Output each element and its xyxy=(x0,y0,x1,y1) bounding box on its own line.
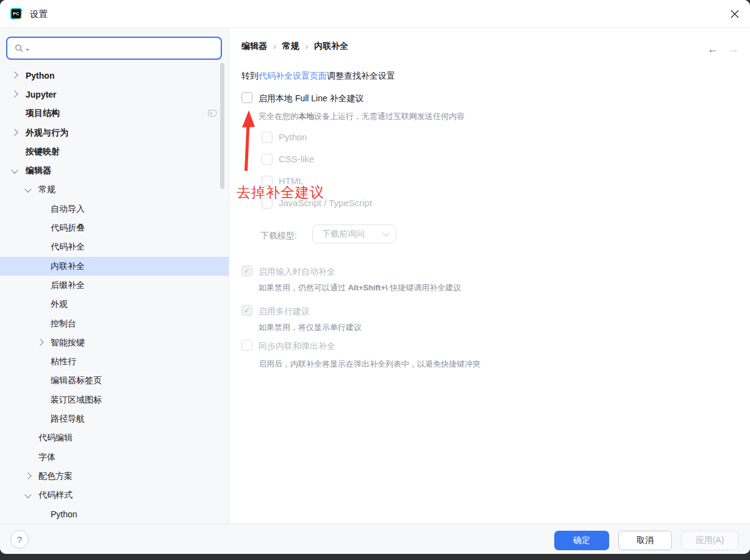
auto-complete-row: ✓ 启用输入时自动补全 xyxy=(241,265,335,277)
sidebar-item-general[interactable]: 常规 xyxy=(0,181,229,199)
question-mark-icon: ? xyxy=(17,534,22,545)
title-bar: PC 设置 xyxy=(0,0,750,28)
language-row-css-like: CSS-like xyxy=(262,154,314,165)
sidebar-item-project-structure[interactable]: 项目结构 xyxy=(0,104,229,123)
sidebar-item-label: Python xyxy=(51,509,77,519)
sidebar-item-label: 按键映射 xyxy=(26,146,60,157)
sidebar-item-code-editing[interactable]: 代码编辑 xyxy=(0,429,229,448)
full-line-description: 完全在您的本地设备上运行，无需通过互联网发送任何内容 xyxy=(259,111,465,122)
sidebar-item-label: 常规 xyxy=(38,184,55,195)
language-checkbox-python[interactable] xyxy=(262,132,273,143)
chevron-right-icon[interactable] xyxy=(24,473,31,479)
sidebar-item-gutter-icons[interactable]: 装订区域图标 xyxy=(0,390,229,409)
sidebar-item-python[interactable]: Python xyxy=(0,66,229,85)
sidebar-item-label: 编辑器 xyxy=(26,165,51,176)
pycharm-logo-icon: PC xyxy=(10,8,22,20)
language-checkbox-css-like[interactable] xyxy=(262,154,273,165)
sidebar-item-color-scheme[interactable]: 配色方案 xyxy=(0,467,229,486)
sidebar-item-label: 外观与行为 xyxy=(26,127,68,138)
sidebar-item-inline-completion[interactable]: 内联补全 xyxy=(0,257,229,276)
auto-complete-checkbox[interactable]: ✓ xyxy=(241,265,252,276)
close-button[interactable] xyxy=(722,1,748,27)
sidebar-item-label: 自动导入 xyxy=(51,204,85,215)
annotation-arrow-icon xyxy=(235,110,259,176)
code-completion-settings-link[interactable]: 代码补全设置页面 xyxy=(259,71,327,81)
sidebar-item-code-completion[interactable]: 代码补全 xyxy=(0,238,229,257)
sidebar-item-label: 装订区域图标 xyxy=(51,395,102,406)
language-row-python: Python xyxy=(262,132,307,143)
sidebar-item-auto-import[interactable]: 自动导入 xyxy=(0,199,229,218)
sidebar-item-label: 路径导航 xyxy=(51,414,85,425)
sidebar-item-label: 项目结构 xyxy=(26,108,60,119)
sidebar-item-breadcrumbs[interactable]: 路径导航 xyxy=(0,409,229,428)
sidebar-item-keymap[interactable]: 按键映射 xyxy=(0,142,229,161)
full-line-row: 启用本地 Full Line 补全建议 xyxy=(241,92,364,104)
settings-tree: PythonJupyter项目结构外观与行为按键映射编辑器常规自动导入代码折叠代… xyxy=(0,66,229,523)
multiline-label: 启用多行建议 xyxy=(259,305,310,317)
sidebar-item-smart-keys[interactable]: 智能按键 xyxy=(0,333,229,352)
sidebar-item-code-folding[interactable]: 代码折叠 xyxy=(0,218,229,237)
forward-arrow-icon: → xyxy=(726,41,741,57)
sidebar-scrollbar[interactable] xyxy=(220,63,224,189)
sidebar-item-label: 代码样式 xyxy=(38,490,73,501)
breadcrumb-inline-completion: 内联补全 xyxy=(314,41,348,52)
sidebar-item-font[interactable]: 字体 xyxy=(0,448,229,467)
download-model-value: 下载前询问 xyxy=(322,229,384,240)
sidebar-item-console[interactable]: 控制台 xyxy=(0,314,229,333)
full-line-checkbox[interactable] xyxy=(241,92,252,103)
sidebar-item-label: 内联补全 xyxy=(51,261,85,272)
sidebar-item-appearance[interactable]: 外观 xyxy=(0,295,229,314)
download-model-label: 下载模型: xyxy=(260,231,297,242)
sync-popup-checkbox[interactable] xyxy=(241,340,252,351)
auto-complete-description: 如果禁用，仍然可以通过 Alt+Shift+\ 快捷键调用补全建议 xyxy=(259,282,461,293)
sidebar-item-jupyter[interactable]: Jupyter xyxy=(0,85,229,104)
sidebar-item-label: 外观 xyxy=(51,299,68,310)
sidebar-item-label: 粘性行 xyxy=(51,356,76,367)
sidebar-item-editor[interactable]: 编辑器 xyxy=(0,161,229,180)
back-arrow-icon[interactable]: ← xyxy=(705,41,721,57)
dialog-title: 设置 xyxy=(30,9,48,20)
sidebar-item-appearance-behavior[interactable]: 外观与行为 xyxy=(0,123,229,142)
chevron-right-icon[interactable] xyxy=(11,129,18,135)
apply-button: 应用(A) xyxy=(681,531,738,550)
sidebar-item-code-style-python[interactable]: Python xyxy=(0,505,229,523)
sidebar-item-postfix-completion[interactable]: 后缀补全 xyxy=(0,276,229,295)
close-icon xyxy=(730,9,740,19)
sidebar-item-label: Jupyter xyxy=(26,90,57,99)
sidebar-item-label: 代码折叠 xyxy=(51,223,85,234)
chevron-right-icon[interactable] xyxy=(11,71,18,78)
help-button[interactable]: ? xyxy=(10,530,29,548)
chevron-down-icon[interactable] xyxy=(11,167,18,173)
sidebar-item-code-style[interactable]: 代码样式 xyxy=(0,486,229,505)
sidebar-item-label: 代码编辑 xyxy=(38,433,73,443)
annotation-text: 去掉补全建议 xyxy=(237,183,324,202)
sidebar-item-label: 控制台 xyxy=(51,318,76,329)
cancel-button[interactable]: 取消 xyxy=(618,531,672,550)
chevron-down-icon[interactable] xyxy=(24,491,31,498)
breadcrumb-general[interactable]: 常规 xyxy=(282,41,299,52)
sidebar-item-label: 代码补全 xyxy=(51,242,85,253)
sidebar-item-label: 后缀补全 xyxy=(51,280,85,291)
chevron-down-icon[interactable] xyxy=(24,185,31,192)
sidebar-item-editor-tabs[interactable]: 编辑器标签页 xyxy=(0,372,229,390)
multiline-checkbox[interactable]: ✓ xyxy=(241,305,252,316)
settings-search-input[interactable] xyxy=(6,37,222,60)
chevron-right-icon[interactable] xyxy=(37,339,43,346)
sidebar-item-sticky-lines[interactable]: 粘性行 xyxy=(0,352,229,371)
auto-complete-label: 启用输入时自动补全 xyxy=(259,265,335,277)
settings-content: 编辑器 › 常规 › 内联补全 ← → 转到代码补全设置页面调整查找补全设置 启… xyxy=(230,28,750,523)
dialog-footer: ? 确定 取消 应用(A) xyxy=(0,523,750,554)
sidebar-item-label: 配色方案 xyxy=(38,471,73,482)
breadcrumb: 编辑器 › 常规 › 内联补全 xyxy=(241,41,348,52)
search-icon xyxy=(15,44,24,53)
multiline-description: 如果禁用，将仅显示单行建议 xyxy=(259,322,362,333)
goto-completion-settings-line: 转到代码补全设置页面调整查找补全设置 xyxy=(241,71,395,82)
settings-sidebar: PythonJupyter项目结构外观与行为按键映射编辑器常规自动导入代码折叠代… xyxy=(0,28,229,523)
breadcrumb-editor[interactable]: 编辑器 xyxy=(241,41,267,52)
ok-button[interactable]: 确定 xyxy=(554,531,609,550)
language-label: CSS-like xyxy=(279,154,314,165)
chevron-right-icon[interactable] xyxy=(11,91,18,98)
download-model-select[interactable]: 下载前询问 xyxy=(312,224,396,243)
sidebar-item-label: 编辑器标签页 xyxy=(51,375,102,386)
language-label: Python xyxy=(279,132,307,143)
